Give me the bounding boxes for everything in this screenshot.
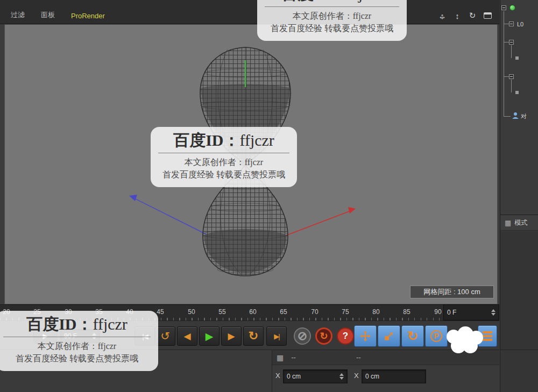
x2-label: X <box>354 372 359 380</box>
move-tool-icon <box>359 330 371 342</box>
ruler-tick-label: 65 <box>280 308 287 316</box>
menu-item-prorender[interactable]: ProRender <box>71 12 105 20</box>
tree-line <box>504 42 509 42</box>
tree-line <box>504 24 509 24</box>
goto-end-icon: ▶| <box>274 332 279 340</box>
tree-leaf-node[interactable] <box>515 91 519 94</box>
watermark-bottom: 百度ID：ffjczr 本文原创作者：ffjczr 首发百度经验 转载要点赞投票… <box>0 311 158 371</box>
x1-input[interactable]: 0 cm <box>283 369 348 383</box>
move-tool-button[interactable] <box>354 325 377 347</box>
layers-icon <box>483 330 492 343</box>
ruler-tick-label: 85 <box>403 308 410 316</box>
tree-line <box>504 76 509 77</box>
autokey-button[interactable]: ↻ <box>315 327 332 345</box>
loop-button[interactable]: ↻ <box>243 326 264 346</box>
right-panel-bottom <box>500 350 538 392</box>
tree-expand-toggle[interactable] <box>509 22 514 26</box>
tree-item-label[interactable]: L0 <box>517 21 523 27</box>
x2-input[interactable]: 0 cm <box>362 369 426 383</box>
next-frame-button[interactable]: ▶ <box>221 326 242 346</box>
watermark-footer: 首发百度经验 转载要点赞投票哦 <box>265 22 399 34</box>
coordinate-p-icon: P <box>430 330 442 342</box>
pan-v-glyph: ↕ <box>437 10 448 21</box>
watermark-title: 百度ID：ffjczr <box>3 315 151 337</box>
rotate-tool-icon: ↻ <box>407 329 418 344</box>
previous-frame-icon: ◀ <box>183 331 190 342</box>
menu-item-panel[interactable]: 面板 <box>41 10 55 20</box>
watermark-center: 百度ID：ffjczr 本文原创作者：ffjczr 首发百度经验 转载要点赞投票… <box>151 127 297 187</box>
x1-value: 0 cm <box>287 373 301 380</box>
coord-header-value: -- <box>356 353 361 361</box>
coordinate-system-button[interactable]: P <box>425 325 448 347</box>
ruler-tick-label: 80 <box>372 308 379 316</box>
rotate-view-icon[interactable]: ↻ <box>467 10 478 21</box>
coordinates-header: ▦ -- -- <box>272 350 499 365</box>
scale-tool-button[interactable] <box>378 325 400 347</box>
tree-expand-toggle[interactable] <box>501 5 506 10</box>
pattern-icon: ▦ <box>505 219 511 227</box>
watermark-title: 百度ID：ffjczr <box>158 131 289 153</box>
mode-row[interactable]: ▦ 模式 <box>500 215 538 231</box>
person-icon[interactable] <box>512 112 519 119</box>
help-button[interactable]: ? <box>337 327 354 345</box>
x1-label: X <box>275 372 280 380</box>
tree-item-label[interactable]: 对 <box>521 112 527 120</box>
play-button[interactable]: ▶ <box>199 326 220 346</box>
watermark-footer: 首发百度经验 转载要点赞投票哦 <box>158 168 289 181</box>
frame-stepper[interactable] <box>491 309 495 316</box>
coordinates-panel: ▦ -- -- X 0 cm X 0 cm <box>272 350 499 392</box>
current-frame-value: 0 F <box>447 309 456 316</box>
scale-tool-icon <box>383 330 395 342</box>
x1-stepper[interactable] <box>339 373 344 380</box>
record-off-icon: ⊘ <box>298 329 307 343</box>
menu-item-filter[interactable]: 过滤 <box>11 10 25 20</box>
watermark-author: 本文原创作者：ffjczr <box>265 10 399 22</box>
mode-label: 模式 <box>514 218 527 227</box>
play-icon: ▶ <box>206 330 214 343</box>
tree-line <box>511 80 512 92</box>
tree-leaf-node[interactable] <box>515 56 519 60</box>
tree-line <box>511 45 512 58</box>
ruler-tick-label: 60 <box>249 308 256 316</box>
object-manager-panel: L0 对 ▦ 模式 <box>500 0 538 392</box>
x2-value: 0 cm <box>365 373 379 380</box>
watermark-author: 本文原创作者：ffjczr <box>158 156 289 168</box>
tree-expand-toggle[interactable] <box>509 74 514 79</box>
grid-icon: ▦ <box>277 353 284 362</box>
tree-expand-toggle[interactable] <box>509 40 514 45</box>
rotate-tool-button[interactable]: ↻ <box>401 325 424 347</box>
next-frame-icon: ▶ <box>228 331 235 342</box>
coord-header-value: -- <box>291 353 296 361</box>
ruler-tick-label: 70 <box>311 308 318 316</box>
loop-icon: ↻ <box>249 329 258 343</box>
toggle-view-icon[interactable] <box>482 10 493 21</box>
question-icon: ? <box>343 331 348 341</box>
ruler-tick-label: 45 <box>157 308 164 316</box>
watermark-top: 百度ID：ffjczr 本文原创作者：ffjczr 首发百度经验 转载要点赞投票… <box>257 0 407 41</box>
watermark-blob <box>463 338 478 353</box>
watermark-footer: 首发百度经验 转载要点赞投票哦 <box>3 352 151 365</box>
ruler-tick-label: 55 <box>218 308 225 316</box>
autokey-icon: ↻ <box>320 330 328 342</box>
record-disabled-button[interactable]: ⊘ <box>294 327 311 345</box>
watermark-title: 百度ID：ffjczr <box>265 0 399 7</box>
ruler-tick-label: 75 <box>342 308 349 316</box>
previous-frame-button[interactable]: ◀ <box>177 326 197 346</box>
watermark-author: 本文原创作者：ffjczr <box>3 340 151 352</box>
zoom-view-icon[interactable]: ↕ <box>452 10 463 21</box>
grid-spacing-label: 网格间距 : 100 cm <box>410 286 494 298</box>
pan-view-icon[interactable]: ↔ ↕ <box>437 10 448 21</box>
tree-line <box>504 11 504 117</box>
tree-line <box>504 116 511 117</box>
viewport-nav-icons: ↔ ↕ ↕ ↻ <box>437 10 493 21</box>
play-reverse-icon: ↺ <box>160 330 170 343</box>
goto-end-button[interactable]: ▶| <box>266 326 287 346</box>
ruler-tick-label: 50 <box>188 308 195 316</box>
menu-bar: 过滤 面板 ProRender ↔ ↕ ↕ ↻ <box>0 0 499 24</box>
ruler-tick-label: 90 <box>434 308 441 316</box>
current-frame-field[interactable]: 0 F <box>443 304 499 320</box>
object-sphere-icon[interactable] <box>509 5 515 11</box>
window-glyph <box>484 12 492 19</box>
